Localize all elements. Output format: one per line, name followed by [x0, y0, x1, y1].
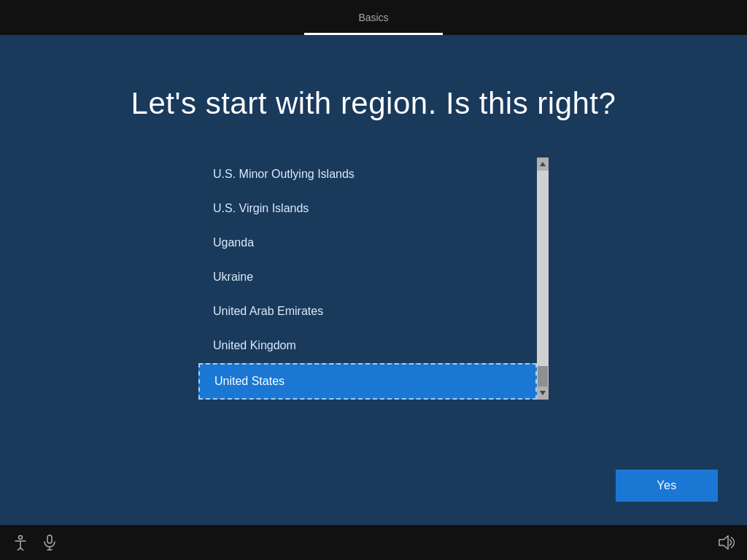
scroll-thumb[interactable]	[538, 366, 548, 386]
list-item[interactable]: United Kingdom	[198, 329, 537, 363]
volume-icon[interactable]	[718, 534, 735, 551]
yes-button[interactable]: Yes	[616, 470, 718, 502]
list-item[interactable]: United Arab Emirates	[198, 295, 537, 329]
list-item[interactable]: United States	[198, 363, 537, 400]
page-title: Let's start with region. Is this right?	[131, 86, 616, 121]
svg-rect-3	[47, 535, 52, 543]
top-bar-underline	[304, 33, 443, 35]
scrollbar[interactable]	[537, 158, 549, 400]
taskbar	[0, 525, 747, 560]
top-bar: Basics	[0, 0, 747, 35]
svg-marker-0	[540, 162, 546, 166]
taskbar-right	[718, 534, 735, 551]
taskbar-left	[12, 534, 58, 551]
svg-marker-6	[719, 536, 728, 549]
scroll-track	[537, 171, 549, 386]
list-item[interactable]: Ukraine	[198, 260, 537, 295]
list-item[interactable]: U.S. Minor Outlying Islands	[198, 158, 537, 192]
scroll-up-button[interactable]	[537, 158, 549, 171]
accessibility-icon[interactable]	[12, 534, 29, 551]
svg-marker-1	[540, 391, 546, 395]
scroll-down-button[interactable]	[537, 386, 549, 400]
microphone-icon[interactable]	[41, 534, 58, 551]
top-bar-title: Basics	[358, 12, 388, 23]
list-item[interactable]: Uganda	[198, 226, 537, 260]
list-item[interactable]: U.S. Virgin Islands	[198, 192, 537, 226]
main-content: Let's start with region. Is this right? …	[0, 35, 747, 400]
region-list-wrapper: U.S. Minor Outlying IslandsU.S. Virgin I…	[198, 158, 549, 400]
region-list[interactable]: U.S. Minor Outlying IslandsU.S. Virgin I…	[198, 158, 537, 400]
svg-point-2	[19, 536, 23, 540]
